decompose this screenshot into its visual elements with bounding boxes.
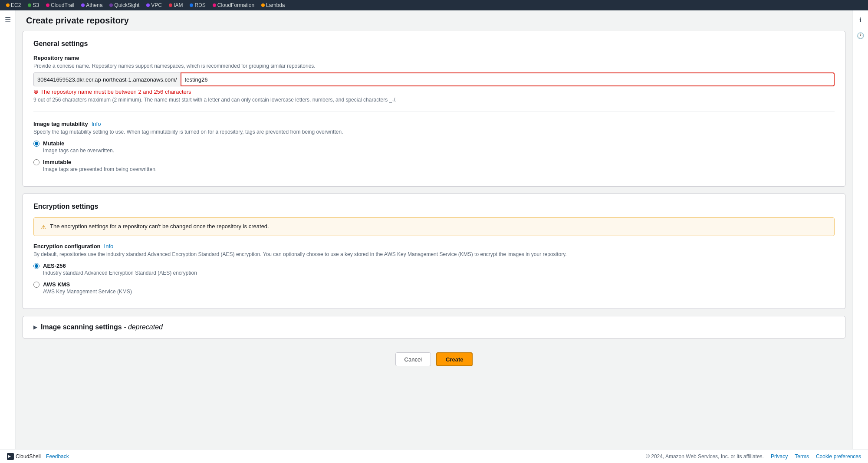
immutable-label: Immutable [43, 159, 71, 165]
aes256-option: AES-256 Industry standard Advanced Encry… [33, 263, 835, 276]
cookie-preferences-link[interactable]: Cookie preferences [816, 453, 861, 460]
privacy-link[interactable]: Privacy [771, 453, 788, 460]
encryption-info-link[interactable]: Info [104, 243, 114, 250]
char-count: 9 out of 256 characters maximum (2 minim… [33, 97, 835, 103]
repo-name-label: Repository name [33, 55, 835, 61]
top-nav: EC2 S3 CloudTrail Athena QuickSight VPC … [0, 0, 868, 10]
nav-item-athena[interactable]: Athena [79, 0, 105, 10]
mutable-radio[interactable] [33, 141, 39, 147]
footer-right: © 2024, Amazon Web Services, Inc. or its… [646, 453, 861, 460]
encryption-settings-title: Encryption settings [33, 203, 835, 210]
immutable-description: Image tags are prevented from being over… [43, 166, 835, 172]
image-scanning-title: Image scanning settings - deprecated [41, 323, 163, 331]
mutability-label: Image tag mutability Info [33, 121, 835, 127]
info-icon-button[interactable]: ℹ [855, 14, 867, 26]
mutability-section: Image tag mutability Info Specify the ta… [33, 121, 835, 172]
encryption-settings-card: Encryption settings ⚠ The encryption set… [23, 194, 845, 309]
nav-item-vpc[interactable]: VPC [144, 0, 164, 10]
cancel-button[interactable]: Cancel [395, 352, 431, 366]
vpc-icon [146, 3, 150, 7]
cloudshell-button[interactable]: ▶_ CloudShell [7, 453, 41, 460]
cloudformation-icon [213, 3, 216, 7]
nav-item-s3[interactable]: S3 [25, 0, 42, 10]
aws-kms-label: AWS KMS [43, 281, 70, 288]
quicksight-icon [109, 3, 113, 7]
aws-kms-option: AWS KMS AWS Key Management Service (KMS) [33, 281, 835, 295]
general-settings-card: General settings Repository name Provide… [23, 31, 845, 187]
footer: ▶_ CloudShell Feedback © 2024, Amazon We… [0, 449, 868, 463]
feedback-link[interactable]: Feedback [46, 453, 69, 460]
mutable-option: Mutable Image tags can be overwritten. [33, 140, 835, 154]
nav-item-cloudformation[interactable]: CloudFormation [210, 0, 257, 10]
nav-item-quicksight[interactable]: QuickSight [107, 0, 142, 10]
mutable-description: Image tags can be overwritten. [43, 148, 835, 154]
athena-icon [81, 3, 85, 7]
mutability-description: Specify the tag mutability setting to us… [33, 129, 835, 135]
aws-kms-description: AWS Key Management Service (KMS) [43, 289, 835, 295]
right-icons: ℹ 🕐 [852, 10, 868, 449]
aes256-description: Industry standard Advanced Encryption St… [43, 270, 835, 276]
error-message: ⊗ The repository name must be between 2 … [33, 88, 835, 95]
cloudtrail-icon [46, 3, 49, 7]
nav-item-ec2[interactable]: EC2 [3, 0, 23, 10]
mutability-radio-group: Mutable Image tags can be overwritten. I… [33, 140, 835, 172]
mutability-info-link[interactable]: Info [92, 121, 101, 127]
encryption-config-label: Encryption configuration Info [33, 243, 835, 250]
image-scanning-header[interactable]: ▶ Image scanning settings - deprecated [23, 316, 845, 338]
section-divider [33, 112, 835, 112]
sidebar-toggle-button[interactable]: ☰ [3, 14, 13, 26]
repo-name-row: 308441659523.dkr.ecr.ap-northeast-1.amaz… [33, 72, 835, 86]
encryption-config-section: Encryption configuration Info By default… [33, 243, 835, 295]
chevron-right-icon: ▶ [33, 324, 37, 330]
ec2-icon [6, 3, 10, 7]
s3-icon [28, 3, 31, 7]
action-bar: Cancel Create [16, 345, 852, 373]
repo-prefix: 308441659523.dkr.ecr.ap-northeast-1.amaz… [33, 72, 181, 86]
warning-text: The encryption settings for a repository… [50, 223, 269, 230]
footer-left: ▶_ CloudShell Feedback [7, 453, 69, 460]
aes256-label: AES-256 [43, 263, 66, 269]
repository-name-field: Repository name Provide a concise name. … [33, 55, 835, 103]
main-container: ☰ Create private repository General sett… [0, 10, 868, 449]
repo-name-input[interactable] [181, 72, 835, 86]
general-settings-title: General settings [33, 40, 835, 48]
lambda-icon [261, 3, 265, 7]
repo-name-description: Provide a concise name. Repository names… [33, 63, 835, 69]
sidebar: ☰ [0, 10, 16, 449]
rds-icon [190, 3, 193, 7]
nav-item-lambda[interactable]: Lambda [259, 0, 287, 10]
clock-icon-button[interactable]: 🕐 [855, 30, 867, 42]
nav-item-cloudtrail[interactable]: CloudTrail [43, 0, 77, 10]
aes256-radio[interactable] [33, 263, 39, 269]
encryption-config-description: By default, repositories use the industr… [33, 251, 835, 257]
mutable-label: Mutable [43, 140, 64, 147]
immutable-radio[interactable] [33, 159, 39, 165]
warning-icon: ⚠ [41, 223, 46, 230]
nav-item-rds[interactable]: RDS [187, 0, 208, 10]
encryption-warning-box: ⚠ The encryption settings for a reposito… [33, 217, 835, 236]
nav-item-iam[interactable]: IAM [166, 0, 185, 10]
iam-icon [169, 3, 172, 7]
cloudshell-icon: ▶_ [7, 453, 14, 460]
page-title: Create private repository [16, 10, 852, 31]
error-icon: ⊗ [33, 88, 39, 95]
create-button[interactable]: Create [436, 352, 473, 366]
terms-link[interactable]: Terms [795, 453, 809, 460]
immutable-option: Immutable Image tags are prevented from … [33, 159, 835, 172]
encryption-radio-group: AES-256 Industry standard Advanced Encry… [33, 263, 835, 295]
aws-kms-radio[interactable] [33, 282, 39, 288]
content-area: Create private repository General settin… [16, 10, 852, 449]
